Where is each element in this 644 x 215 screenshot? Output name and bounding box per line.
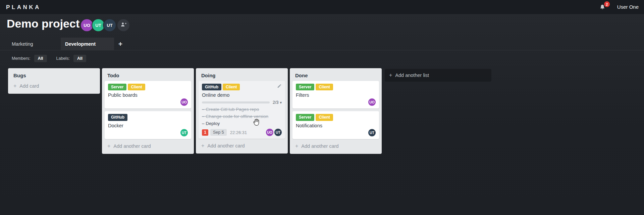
card-label: Client [223,84,240,90]
avatar[interactable]: UT [92,19,104,31]
board: Bugs + Add card Todo Server Client Publi… [8,68,491,154]
avatar: UO [266,129,273,136]
tab-marketing[interactable]: Marketing [7,38,61,50]
tab-development[interactable]: Development [61,38,114,50]
plus-icon: + [389,72,392,78]
list-todo: Todo Server Client Public boards UO GitH… [102,68,194,154]
progress-count: 2/3 [273,100,278,105]
page-title: Demo project [7,17,79,30]
plus-icon: + [13,83,16,89]
card-footer: UO [296,98,376,106]
plus-icon: + [295,143,298,149]
dash-icon: – [202,121,205,126]
user-menu[interactable]: User One [617,4,639,10]
notifications-button[interactable]: 2 [599,4,606,11]
progress-bar [202,101,270,103]
add-board-button[interactable]: + [114,38,127,50]
card-footer: UT [108,129,188,136]
card-labels: GitHub Client [202,84,282,90]
add-card-label: Add card [19,83,39,89]
avatar: UT [368,129,376,136]
person-add-icon [120,22,127,29]
card-title: Filters [296,92,376,98]
timer-text[interactable]: 22:26:31 [230,130,247,135]
add-list-button[interactable]: + Add another list [385,69,491,82]
task-progress: 2/3 ▾ [202,100,282,105]
avatar: UO [180,98,188,106]
list-title[interactable]: Done [290,68,382,81]
card-title: Notifications [296,123,376,128]
edit-card-button[interactable] [277,84,282,90]
card-footer: 1 Sep 5 22:26:31 UO UT [202,129,282,136]
avatar: UT [180,129,188,136]
card-members: UO UT [265,129,282,136]
card-label: GitHub [108,114,127,121]
card-title: Docker [108,123,188,128]
task-item: – Create GitHub Pages repo [202,106,282,113]
card-notification-badge: 1 [202,129,208,136]
members-filter-value[interactable]: All [34,55,47,62]
members-filter-label: Members: [12,56,31,61]
add-card-button[interactable]: + Add another card [290,142,382,154]
notification-count-badge: 2 [604,1,610,7]
board-tabs: Marketing Development + [0,38,644,50]
plus-icon: + [201,143,204,149]
card-members: UT [367,129,376,136]
project-members: UO UT UT [82,19,129,31]
chevron-down-icon[interactable]: ▾ [280,100,282,105]
card-labels: Server Client [108,84,188,90]
card-footer: UT [296,129,376,136]
labels-filter-label: Labels: [56,56,70,61]
card-members: UO [367,98,376,106]
dash-icon: – [202,107,205,112]
list-done: Done Server Client Filters UO Server Cli… [290,68,382,154]
add-card-button[interactable]: + Add another card [102,142,194,154]
due-date-badge[interactable]: Sep 5 [210,129,227,136]
list-title[interactable]: Bugs [8,68,100,81]
card-title: Public boards [108,92,188,98]
avatar: UO [368,98,376,106]
app-logo[interactable]: PLANKA [6,4,41,11]
top-bar: PLANKA 2 User One [0,0,644,14]
avatar[interactable]: UT [104,19,116,31]
card-labels: Server Client [296,84,376,90]
card-title: Online demo [202,92,282,98]
pencil-icon [277,84,282,89]
card-notifications[interactable]: Server Client Notifications UT [292,111,379,139]
card-docker[interactable]: GitHub Docker UT [105,111,191,139]
plus-icon: + [107,143,110,149]
card-labels: Server Client [296,114,376,121]
add-card-label: Add another card [113,143,151,149]
card-label: Client [316,114,333,121]
list-doing: Doing GitHub Client Online demo [196,68,288,154]
bell-icon [599,6,606,12]
add-card-label: Add another card [301,143,338,149]
card-members: UT [179,129,188,136]
add-card-label: Add another card [207,143,245,148]
card-footer: UO [108,98,188,106]
card-filters[interactable]: Server Client Filters UO [292,81,379,109]
avatar[interactable]: UO [81,19,93,31]
progress-fill [202,101,245,103]
card-online-demo[interactable]: GitHub Client Online demo 2/3 ▾ [199,81,285,139]
card-stack: Server Client Filters UO Server Client N… [290,81,382,139]
avatar: UT [274,129,282,136]
card-stack: Server Client Public boards UO GitHub Do… [102,81,194,139]
card-label: Client [128,84,145,90]
card-label: Client [316,84,333,90]
add-card-button[interactable]: + Add card [8,81,100,94]
card-label: Server [108,84,126,90]
card-members: UO [179,98,188,106]
card-public-boards[interactable]: Server Client Public boards UO [105,81,191,109]
add-card-button[interactable]: + Add another card [196,141,288,154]
card-label: GitHub [202,84,221,90]
dash-icon: – [202,114,205,119]
card-label: Server [296,84,314,90]
task-item: – Deploy [202,120,282,127]
list-title[interactable]: Todo [102,68,194,81]
add-member-button[interactable] [117,19,129,31]
card-label: Server [296,114,314,121]
list-bugs: Bugs + Add card [8,68,100,94]
labels-filter-value[interactable]: All [73,55,86,62]
list-title[interactable]: Doing [196,68,288,81]
